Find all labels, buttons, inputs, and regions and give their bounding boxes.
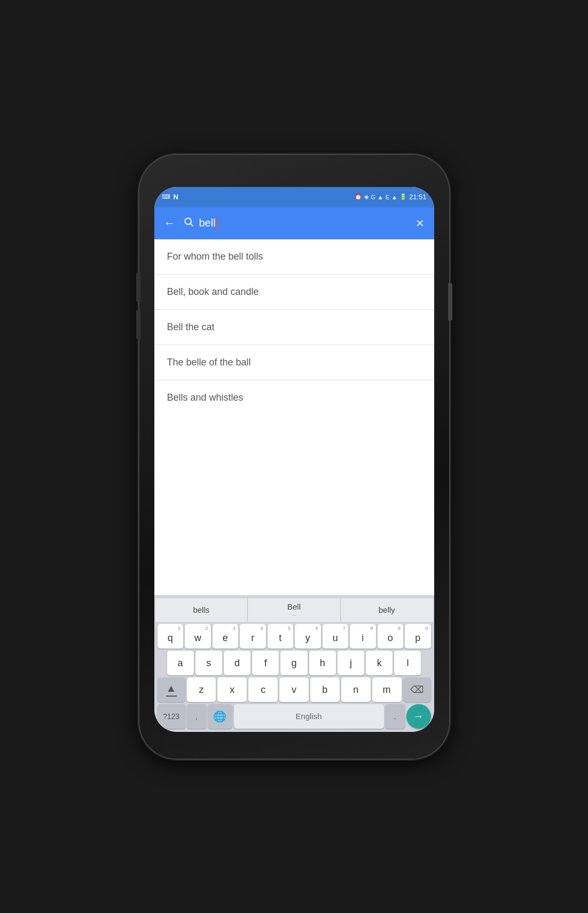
key-x[interactable]: x bbox=[217, 677, 247, 702]
result-text-3: Bell the cat bbox=[167, 322, 215, 332]
alarm-icon: ⏰ bbox=[355, 193, 362, 200]
result-item-4[interactable]: The belle of the ball bbox=[154, 345, 434, 380]
key-i[interactable]: 8 i bbox=[350, 624, 376, 649]
result-text-1: For whom the bell tolls bbox=[167, 251, 263, 262]
screen: ⌨ N ⏰ ◈ G ▲ E ▲ 🔋 21:51 ← bbox=[154, 187, 434, 732]
key-q[interactable]: 1 q bbox=[158, 624, 184, 649]
keyboard-status-icon: ⌨ bbox=[162, 193, 170, 200]
status-left-icons: ⌨ N bbox=[162, 193, 178, 201]
suggestion-bar: bells Bell ··· belly bbox=[155, 598, 433, 622]
result-text-5: Bells and whistles bbox=[167, 392, 244, 403]
svg-point-0 bbox=[185, 218, 191, 224]
key-f[interactable]: f bbox=[252, 651, 279, 675]
result-item-1[interactable]: For whom the bell tolls bbox=[154, 239, 434, 275]
space-label: English bbox=[295, 712, 322, 721]
key-w[interactable]: 2 w bbox=[185, 624, 211, 649]
result-item-3[interactable]: Bell the cat bbox=[154, 310, 434, 345]
suggestion-belly[interactable]: belly bbox=[341, 598, 433, 622]
keyboard: bells Bell ··· belly 1 q 2 w bbox=[154, 595, 434, 732]
e-icon: E bbox=[386, 194, 389, 200]
space-key[interactable]: English bbox=[234, 704, 384, 729]
key-j[interactable]: j bbox=[338, 651, 364, 675]
key-s[interactable]: s bbox=[195, 651, 222, 675]
shift-arrow-icon: ▲ bbox=[166, 682, 177, 694]
key-v[interactable]: v bbox=[279, 677, 309, 702]
result-text-4: The belle of the ball bbox=[167, 357, 251, 368]
suggestion-bells[interactable]: bells bbox=[155, 598, 248, 622]
key-b[interactable]: b bbox=[310, 677, 340, 702]
backspace-key[interactable]: ⌫ bbox=[403, 677, 431, 702]
globe-key[interactable]: 🌐 bbox=[208, 704, 232, 729]
status-right-icons: ⏰ ◈ G ▲ E ▲ 🔋 21:51 bbox=[355, 193, 426, 201]
svg-line-1 bbox=[190, 224, 193, 227]
key-m[interactable]: m bbox=[372, 677, 402, 702]
key-c[interactable]: c bbox=[248, 677, 278, 702]
phone-shell: ⌨ N ⏰ ◈ G ▲ E ▲ 🔋 21:51 ← bbox=[139, 155, 449, 759]
numbers-key[interactable]: ?123 bbox=[158, 704, 185, 729]
key-row-1: 1 q 2 w 3 e 4 r 5 t bbox=[155, 624, 433, 649]
signal2-icon: ▲ bbox=[391, 194, 397, 200]
result-item-5[interactable]: Bells and whistles bbox=[154, 380, 434, 415]
volume-down-button[interactable] bbox=[136, 310, 140, 339]
key-u[interactable]: 7 u bbox=[323, 624, 349, 649]
suggestion-bell-label: Bell bbox=[287, 602, 301, 611]
signal-icon: ▲ bbox=[378, 194, 383, 200]
status-bar: ⌨ N ⏰ ◈ G ▲ E ▲ 🔋 21:51 bbox=[154, 187, 434, 207]
search-input[interactable]: bell bbox=[199, 217, 408, 229]
period-label: . bbox=[394, 712, 396, 721]
key-k[interactable]: k bbox=[366, 651, 393, 675]
numbers-label: ?123 bbox=[163, 712, 179, 721]
key-a[interactable]: a bbox=[167, 651, 194, 675]
suggestion-bell-dots: ··· bbox=[292, 612, 296, 618]
key-r[interactable]: 4 r bbox=[240, 624, 266, 649]
search-bar: ← bell ✕ bbox=[154, 207, 434, 239]
key-row-3: ▲ z x c v b n bbox=[155, 677, 433, 702]
key-t[interactable]: 5 t bbox=[268, 624, 294, 649]
battery-icon: 🔋 bbox=[399, 193, 407, 200]
result-item-2[interactable]: Bell, book and candle bbox=[154, 275, 434, 310]
shift-key[interactable]: ▲ bbox=[158, 677, 185, 702]
suggestion-belly-label: belly bbox=[379, 605, 395, 614]
key-l[interactable]: l bbox=[394, 651, 421, 675]
key-p[interactable]: 0 p bbox=[405, 624, 431, 649]
globe-icon: 🌐 bbox=[213, 710, 226, 723]
key-e[interactable]: 3 e bbox=[213, 624, 239, 649]
key-o[interactable]: 9 o bbox=[378, 624, 404, 649]
key-row-4: ?123 , 🌐 English . → bbox=[155, 704, 433, 729]
comma-label: , bbox=[195, 712, 198, 721]
comma-key[interactable]: , bbox=[187, 704, 206, 729]
cursor bbox=[216, 217, 217, 229]
key-h[interactable]: h bbox=[309, 651, 336, 675]
volume-up-button[interactable] bbox=[136, 272, 140, 302]
back-button[interactable]: ← bbox=[162, 214, 178, 232]
power-button[interactable] bbox=[448, 283, 452, 321]
key-n[interactable]: n bbox=[341, 677, 371, 702]
suggestion-bells-label: bells bbox=[193, 605, 209, 614]
period-key[interactable]: . bbox=[386, 704, 405, 729]
key-z[interactable]: z bbox=[187, 677, 216, 702]
result-text-2: Bell, book and candle bbox=[167, 286, 259, 297]
key-d[interactable]: d bbox=[224, 651, 250, 675]
search-query-text: bell bbox=[199, 217, 216, 229]
shift-underline bbox=[166, 696, 177, 697]
status-time: 21:51 bbox=[409, 193, 427, 201]
key-g[interactable]: g bbox=[280, 651, 307, 675]
clear-search-button[interactable]: ✕ bbox=[413, 215, 427, 232]
search-icon bbox=[183, 216, 194, 230]
enter-icon: → bbox=[413, 710, 424, 722]
backspace-icon: ⌫ bbox=[410, 684, 424, 696]
wifi-icon: ◈ bbox=[364, 193, 369, 200]
suggestion-bell[interactable]: Bell ··· bbox=[248, 598, 341, 622]
results-list: For whom the bell tolls Bell, book and c… bbox=[154, 239, 434, 595]
key-row-2: a s d f g h j bbox=[155, 651, 433, 675]
notification-icon: N bbox=[174, 193, 178, 201]
key-y[interactable]: 6 y bbox=[295, 624, 321, 649]
g-icon: G bbox=[371, 194, 375, 200]
enter-key[interactable]: → bbox=[406, 704, 431, 729]
